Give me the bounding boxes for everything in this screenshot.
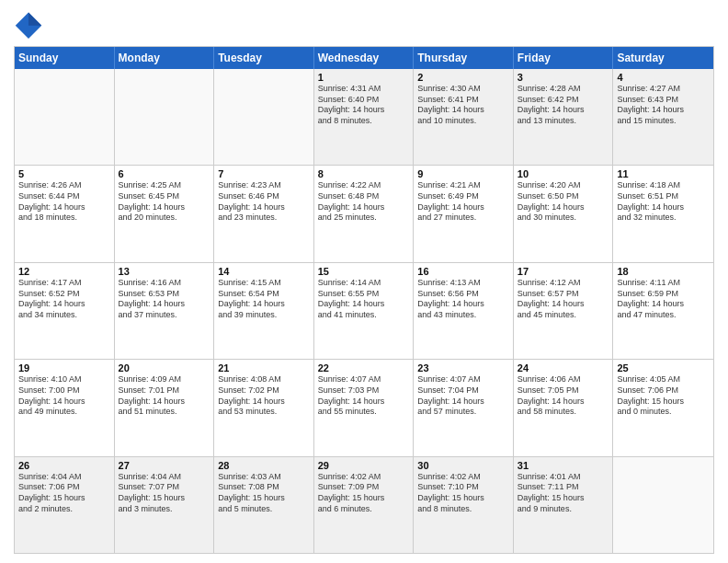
day-cell: 4Sunrise: 4:27 AM Sunset: 6:43 PM Daylig…	[613, 69, 713, 165]
day-info: Sunrise: 4:16 AM Sunset: 6:53 PM Dayligh…	[119, 278, 210, 321]
day-cell: 5Sunrise: 4:26 AM Sunset: 6:44 PM Daylig…	[15, 166, 115, 261]
day-number: 28	[218, 460, 310, 471]
day-number: 29	[318, 460, 410, 471]
day-cell: 20Sunrise: 4:09 AM Sunset: 7:01 PM Dayli…	[115, 360, 215, 455]
day-header-sunday: Sunday	[15, 47, 115, 69]
day-cell: 30Sunrise: 4:02 AM Sunset: 7:10 PM Dayli…	[414, 457, 514, 553]
day-number: 30	[417, 460, 509, 471]
calendar-body: 1Sunrise: 4:31 AM Sunset: 6:40 PM Daylig…	[15, 69, 713, 553]
day-info: Sunrise: 4:15 AM Sunset: 6:54 PM Dayligh…	[218, 278, 310, 321]
day-number: 3	[518, 72, 609, 83]
day-cell: 19Sunrise: 4:10 AM Sunset: 7:00 PM Dayli…	[15, 360, 115, 455]
day-header-friday: Friday	[514, 47, 614, 69]
day-header-thursday: Thursday	[414, 47, 514, 69]
day-cell: 10Sunrise: 4:20 AM Sunset: 6:50 PM Dayli…	[514, 166, 614, 261]
day-cell: 16Sunrise: 4:13 AM Sunset: 6:56 PM Dayli…	[414, 263, 514, 359]
day-info: Sunrise: 4:08 AM Sunset: 7:02 PM Dayligh…	[218, 374, 310, 418]
logo	[14, 9, 47, 39]
day-number: 12	[18, 266, 110, 277]
day-cell: 14Sunrise: 4:15 AM Sunset: 6:54 PM Dayli…	[214, 263, 314, 359]
day-cell: 13Sunrise: 4:16 AM Sunset: 6:53 PM Dayli…	[115, 263, 215, 359]
week-row-1: 1Sunrise: 4:31 AM Sunset: 6:40 PM Daylig…	[15, 69, 713, 165]
day-info: Sunrise: 4:05 AM Sunset: 7:06 PM Dayligh…	[617, 374, 710, 418]
day-number: 11	[617, 168, 710, 179]
day-headers: SundayMondayTuesdayWednesdayThursdayFrid…	[15, 47, 713, 69]
day-cell: 6Sunrise: 4:25 AM Sunset: 6:45 PM Daylig…	[115, 166, 215, 261]
day-cell: 8Sunrise: 4:22 AM Sunset: 6:48 PM Daylig…	[314, 166, 415, 261]
day-info: Sunrise: 4:02 AM Sunset: 7:10 PM Dayligh…	[417, 472, 509, 515]
day-info: Sunrise: 4:26 AM Sunset: 6:44 PM Dayligh…	[18, 180, 110, 224]
day-cell: 9Sunrise: 4:21 AM Sunset: 6:49 PM Daylig…	[414, 166, 514, 261]
day-info: Sunrise: 4:02 AM Sunset: 7:09 PM Dayligh…	[318, 472, 410, 515]
day-info: Sunrise: 4:14 AM Sunset: 6:55 PM Dayligh…	[318, 278, 410, 321]
day-cell: 11Sunrise: 4:18 AM Sunset: 6:51 PM Dayli…	[613, 166, 713, 261]
svg-marker-1	[28, 13, 41, 26]
day-cell: 25Sunrise: 4:05 AM Sunset: 7:06 PM Dayli…	[613, 360, 713, 455]
day-info: Sunrise: 4:30 AM Sunset: 6:41 PM Dayligh…	[417, 84, 509, 127]
week-row-4: 19Sunrise: 4:10 AM Sunset: 7:00 PM Dayli…	[15, 359, 713, 455]
day-info: Sunrise: 4:12 AM Sunset: 6:57 PM Dayligh…	[518, 278, 609, 321]
calendar: SundayMondayTuesdayWednesdayThursdayFrid…	[14, 46, 714, 554]
day-number: 20	[119, 362, 210, 373]
day-cell: 28Sunrise: 4:03 AM Sunset: 7:08 PM Dayli…	[214, 457, 314, 553]
day-info: Sunrise: 4:09 AM Sunset: 7:01 PM Dayligh…	[119, 374, 210, 418]
day-number: 6	[119, 168, 210, 179]
week-row-3: 12Sunrise: 4:17 AM Sunset: 6:52 PM Dayli…	[15, 262, 713, 359]
day-number: 14	[218, 266, 310, 277]
day-info: Sunrise: 4:03 AM Sunset: 7:08 PM Dayligh…	[218, 472, 310, 515]
day-info: Sunrise: 4:13 AM Sunset: 6:56 PM Dayligh…	[417, 278, 509, 321]
day-cell	[115, 69, 215, 165]
day-info: Sunrise: 4:23 AM Sunset: 6:46 PM Dayligh…	[218, 180, 310, 224]
day-header-saturday: Saturday	[613, 47, 713, 69]
day-number: 19	[18, 362, 110, 373]
day-number: 26	[18, 460, 110, 471]
day-info: Sunrise: 4:20 AM Sunset: 6:50 PM Dayligh…	[518, 180, 609, 224]
day-cell: 22Sunrise: 4:07 AM Sunset: 7:03 PM Dayli…	[314, 360, 415, 455]
day-cell: 15Sunrise: 4:14 AM Sunset: 6:55 PM Dayli…	[314, 263, 415, 359]
day-cell	[15, 69, 115, 165]
day-cell: 24Sunrise: 4:06 AM Sunset: 7:05 PM Dayli…	[514, 360, 614, 455]
week-row-2: 5Sunrise: 4:26 AM Sunset: 6:44 PM Daylig…	[15, 165, 713, 261]
day-cell: 3Sunrise: 4:28 AM Sunset: 6:42 PM Daylig…	[514, 69, 614, 165]
day-info: Sunrise: 4:04 AM Sunset: 7:07 PM Dayligh…	[119, 472, 210, 515]
day-number: 21	[218, 362, 310, 373]
day-info: Sunrise: 4:21 AM Sunset: 6:49 PM Dayligh…	[417, 180, 509, 224]
day-number: 4	[617, 72, 710, 83]
day-header-tuesday: Tuesday	[214, 47, 314, 69]
day-cell: 26Sunrise: 4:04 AM Sunset: 7:06 PM Dayli…	[15, 457, 115, 553]
day-number: 17	[518, 266, 609, 277]
day-cell	[613, 457, 713, 553]
day-number: 25	[617, 362, 710, 373]
day-cell	[214, 69, 314, 165]
day-number: 15	[318, 266, 410, 277]
day-info: Sunrise: 4:11 AM Sunset: 6:59 PM Dayligh…	[617, 278, 710, 321]
day-info: Sunrise: 4:22 AM Sunset: 6:48 PM Dayligh…	[318, 180, 410, 224]
day-number: 13	[119, 266, 210, 277]
day-number: 22	[318, 362, 410, 373]
day-info: Sunrise: 4:06 AM Sunset: 7:05 PM Dayligh…	[518, 374, 609, 418]
day-header-wednesday: Wednesday	[314, 47, 415, 69]
day-cell: 1Sunrise: 4:31 AM Sunset: 6:40 PM Daylig…	[314, 69, 415, 165]
day-info: Sunrise: 4:31 AM Sunset: 6:40 PM Dayligh…	[318, 84, 410, 127]
day-number: 10	[518, 168, 609, 179]
day-info: Sunrise: 4:18 AM Sunset: 6:51 PM Dayligh…	[617, 180, 710, 224]
day-number: 31	[518, 460, 609, 471]
day-number: 18	[617, 266, 710, 277]
day-info: Sunrise: 4:27 AM Sunset: 6:43 PM Dayligh…	[617, 84, 710, 127]
logo-icon	[14, 9, 43, 39]
header	[14, 9, 714, 39]
day-cell: 23Sunrise: 4:07 AM Sunset: 7:04 PM Dayli…	[414, 360, 514, 455]
day-info: Sunrise: 4:10 AM Sunset: 7:00 PM Dayligh…	[18, 374, 110, 418]
day-cell: 2Sunrise: 4:30 AM Sunset: 6:41 PM Daylig…	[414, 69, 514, 165]
day-number: 7	[218, 168, 310, 179]
day-info: Sunrise: 4:07 AM Sunset: 7:03 PM Dayligh…	[318, 374, 410, 418]
day-info: Sunrise: 4:25 AM Sunset: 6:45 PM Dayligh…	[119, 180, 210, 224]
day-info: Sunrise: 4:17 AM Sunset: 6:52 PM Dayligh…	[18, 278, 110, 321]
day-number: 5	[18, 168, 110, 179]
day-number: 1	[318, 72, 410, 83]
day-cell: 27Sunrise: 4:04 AM Sunset: 7:07 PM Dayli…	[115, 457, 215, 553]
day-cell: 31Sunrise: 4:01 AM Sunset: 7:11 PM Dayli…	[514, 457, 614, 553]
day-cell: 17Sunrise: 4:12 AM Sunset: 6:57 PM Dayli…	[514, 263, 614, 359]
page: SundayMondayTuesdayWednesdayThursdayFrid…	[0, 0, 728, 563]
day-number: 9	[417, 168, 509, 179]
